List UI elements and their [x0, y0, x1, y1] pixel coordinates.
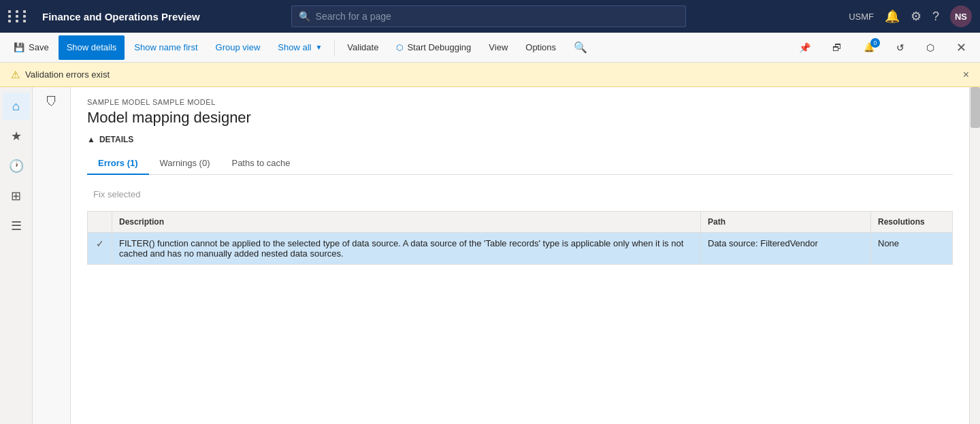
tab-paths-to-cache[interactable]: Paths to cache [220, 152, 301, 175]
details-collapse-icon: ▲ [87, 135, 95, 144]
table-row[interactable]: ✓ FILTER() function cannot be applied to… [88, 233, 953, 265]
validation-message: Validation errors exist [25, 69, 110, 80]
table-header-description: Description [112, 212, 701, 233]
details-section: ▲ DETAILS Errors (1) Warnings (0) Paths … [71, 135, 969, 265]
page-title: Model mapping designer [87, 109, 953, 127]
show-details-button[interactable]: Show details [59, 35, 125, 60]
content-area: SAMPLE MODEL SAMPLE MODEL Model mapping … [71, 87, 969, 424]
validation-banner: ⚠ Validation errors exist × [0, 63, 980, 87]
close-button[interactable]: ✕ [948, 35, 975, 60]
sidebar-item-recent[interactable]: 🕐 [3, 152, 30, 180]
avatar[interactable]: NS [950, 5, 972, 27]
pin-icon[interactable]: 📌 [791, 35, 819, 60]
search-icon: 🔍 [299, 11, 310, 22]
vertical-scrollbar[interactable] [969, 87, 980, 424]
scroll-thumb[interactable] [970, 87, 980, 128]
popout-icon[interactable]: ⬡ [918, 35, 943, 60]
filter-icon[interactable]: ⛉ [46, 95, 58, 110]
save-button[interactable]: 💾 Save [5, 35, 57, 60]
save-icon: 💾 [14, 42, 24, 52]
toolbar: 💾 Save Show details Show name first Grou… [0, 33, 980, 63]
left-sidebar: ⌂ ★ 🕐 ⊞ ☰ [0, 87, 33, 424]
toolbar-search-icon[interactable]: 🔍 [566, 35, 595, 60]
open-new-icon[interactable]: 🗗 [824, 35, 850, 60]
start-debugging-button[interactable]: ⬡ Start Debugging [388, 35, 479, 60]
help-icon[interactable]: ? [932, 10, 939, 24]
warning-triangle-icon: ⚠ [11, 69, 20, 81]
row-description-cell: FILTER() function cannot be applied to t… [112, 233, 701, 265]
details-header[interactable]: ▲ DETAILS [87, 135, 953, 144]
sidebar-item-favorites[interactable]: ★ [3, 123, 30, 150]
app-title: Finance and Operations Preview [42, 11, 200, 22]
notification-bell-icon[interactable]: 🔔 [885, 9, 900, 24]
show-all-dropdown-icon: ▼ [315, 44, 322, 51]
table-container: Description Path Resolutions [87, 211, 953, 265]
breadcrumb: SAMPLE MODEL SAMPLE MODEL [87, 98, 953, 106]
refresh-icon[interactable]: ↺ [888, 35, 913, 60]
settings-gear-icon[interactable]: ⚙ [911, 9, 921, 24]
sidebar-item-modules[interactable]: ☰ [3, 212, 30, 240]
tabs-row: Errors (1) Warnings (0) Paths to cache [87, 152, 953, 175]
validate-button[interactable]: Validate [339, 35, 387, 60]
sidebar-item-home[interactable]: ⌂ [3, 93, 30, 120]
table-header-path: Path [701, 212, 871, 233]
search-input[interactable] [316, 11, 679, 22]
company-indicator: USMF [849, 12, 874, 22]
main-layout: ⌂ ★ 🕐 ⊞ ☰ ⛉ SAMPLE MODEL SAMPLE MODEL Mo… [0, 87, 980, 424]
sidebar-item-workspaces[interactable]: ⊞ [3, 182, 30, 210]
notifications-icon-badge[interactable]: 🔔 0 [855, 35, 883, 60]
fix-selected-button[interactable]: Fix selected [87, 186, 146, 203]
tab-errors[interactable]: Errors (1) [87, 152, 149, 175]
view-button[interactable]: View [480, 35, 516, 60]
show-name-first-button[interactable]: Show name first [126, 35, 206, 60]
validation-close-button[interactable]: × [963, 69, 969, 81]
nav-right: USMF 🔔 ⚙ ? NS [849, 5, 972, 27]
options-button[interactable]: Options [517, 35, 564, 60]
row-resolutions-cell: None [871, 233, 953, 265]
table-header-check [88, 212, 112, 233]
app-grid-icon[interactable] [8, 10, 29, 22]
tab-warnings[interactable]: Warnings (0) [149, 152, 221, 175]
debug-icon: ⬡ [396, 43, 403, 52]
page-header: SAMPLE MODEL SAMPLE MODEL Model mapping … [71, 87, 969, 135]
row-check-cell[interactable]: ✓ [88, 233, 112, 265]
filter-column: ⛉ [33, 87, 71, 424]
group-view-button[interactable]: Group view [208, 35, 269, 60]
row-path-cell: Data source: FilteredVendor [701, 233, 871, 265]
search-bar[interactable]: 🔍 [291, 5, 686, 27]
error-table: Description Path Resolutions [87, 211, 953, 265]
table-header-resolutions: Resolutions [871, 212, 953, 233]
checkbox-icon: ✓ [96, 238, 104, 249]
show-all-button[interactable]: Show all ▼ [270, 35, 330, 60]
top-navigation: Finance and Operations Preview 🔍 USMF 🔔 … [0, 0, 980, 33]
toolbar-separator-1 [334, 39, 335, 56]
